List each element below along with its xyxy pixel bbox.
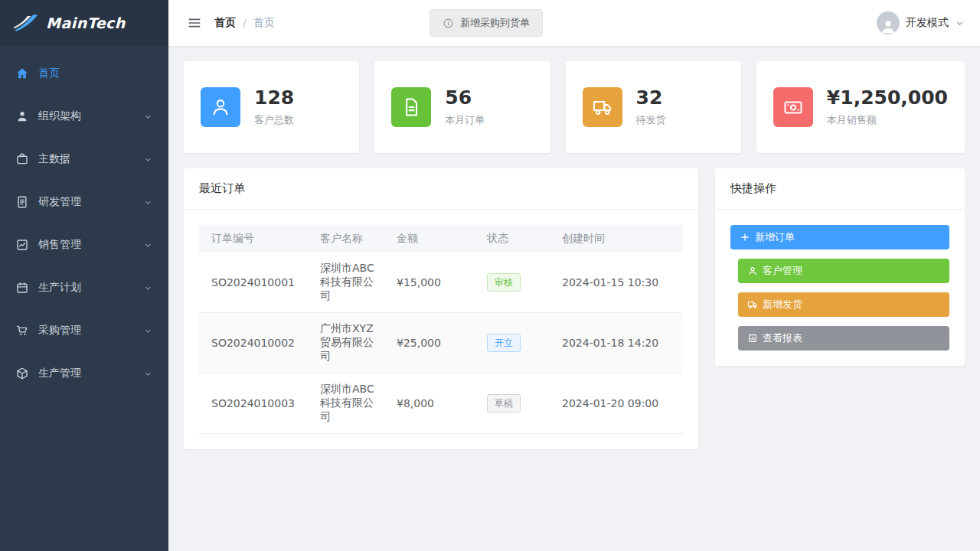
avatar (877, 11, 900, 34)
new-order-label: 新增订单 (755, 230, 795, 244)
new-purchase-arrival-button[interactable]: 新增采购到货单 (430, 9, 543, 37)
breadcrumb-current: 首页 (253, 16, 275, 30)
created-cell: 2024-01-18 14:20 (554, 313, 683, 373)
status-cell: 审核 (479, 253, 554, 313)
sidebar-item-home[interactable]: 首页 (0, 52, 168, 95)
table-row: SO2024010002 广州市XYZ贸易有限公司 ¥25,000 开立 202… (199, 313, 683, 373)
new-order-button[interactable]: 新增订单 (730, 225, 949, 249)
status-badge: 开立 (487, 334, 521, 353)
stat-label: 本月订单 (445, 113, 485, 127)
sidebar-item-organization[interactable]: 组织架构 (0, 95, 168, 138)
stat-label: 待发货 (636, 113, 666, 127)
view-reports-button[interactable]: 查看报表 (738, 326, 949, 350)
stat-card-customers: 128 客户总数 (184, 61, 359, 153)
new-shipment-button[interactable]: 新增发货 (738, 292, 949, 317)
home-icon (15, 67, 29, 80)
customer-management-label: 客户管理 (763, 264, 802, 278)
stat-value: 32 (636, 87, 666, 109)
order-no-cell: SO2024010001 (199, 253, 312, 313)
table-row: SO2024010001 深圳市ABC科技有限公司 ¥15,000 审核 202… (199, 253, 683, 313)
sidebar-item-master-data[interactable]: 主数据 (0, 138, 168, 181)
stat-card-monthly-orders: 56 本月订单 (374, 61, 550, 153)
report-icon (747, 333, 758, 344)
chevron-down-icon (143, 283, 153, 293)
sidebar-collapse-button[interactable] (184, 12, 205, 34)
quick-actions-title: 快捷操作 (715, 168, 965, 210)
brand-logo: MainTech (0, 0, 168, 46)
breadcrumb: 首页 / 首页 (214, 16, 275, 30)
col-amount: 金额 (389, 225, 479, 253)
stat-text: 32 待发货 (636, 87, 666, 128)
sidebar-item-sales-management[interactable]: 销售管理 (0, 223, 168, 266)
chevron-down-icon (143, 197, 153, 207)
truck-icon (583, 87, 622, 127)
chevron-down-icon (143, 155, 153, 165)
user-menu[interactable]: 开发模式 (877, 11, 965, 34)
recent-orders-body: 订单编号 客户名称 金额 状态 创建时间 SO2024010001 (184, 210, 698, 449)
order-no-cell: SO2024010002 (199, 313, 312, 373)
sidebar-item-production-plan[interactable]: 生产计划 (0, 266, 168, 309)
app-window: MainTech 首页 组织架构 (0, 0, 980, 551)
col-customer: 客户名称 (312, 225, 389, 253)
calendar-icon (15, 281, 29, 295)
box-icon (15, 367, 29, 380)
sidebar-item-label: 首页 (38, 67, 60, 80)
customer-management-button[interactable]: 客户管理 (738, 259, 949, 283)
stat-text: 56 本月订单 (445, 87, 485, 128)
brand-name: MainTech (46, 15, 126, 31)
col-order-no: 订单编号 (199, 225, 312, 253)
user-icon (747, 266, 758, 276)
sidebar-item-rd-management[interactable]: 研发管理 (0, 181, 168, 223)
created-cell: 2024-01-20 09:00 (554, 373, 683, 434)
chevron-down-icon (143, 369, 153, 379)
stat-card-monthly-sales: ¥1,250,000 本月销售额 (756, 61, 965, 153)
recent-orders-panel: 最近订单 订单编号 客户名称 金额 状态 创建时间 (184, 168, 698, 449)
breadcrumb-home[interactable]: 首页 (214, 16, 236, 30)
stat-label: 客户总数 (254, 113, 294, 127)
panels-row: 最近订单 订单编号 客户名称 金额 状态 创建时间 (184, 168, 965, 449)
stat-value: ¥1,250,000 (827, 87, 948, 109)
sidebar-item-purchase-management[interactable]: 采购管理 (0, 309, 168, 352)
main-area: 首页 / 首页 新增采购到货单 开发模式 (168, 0, 980, 551)
user-mode-label: 开发模式 (906, 16, 949, 30)
briefcase-icon (15, 152, 29, 166)
amount-cell: ¥15,000 (389, 253, 479, 313)
status-cell: 草稿 (479, 373, 554, 434)
customer-cell: 深圳市ABC科技有限公司 (312, 373, 389, 434)
sidebar-menu: 首页 组织架构 主数据 (0, 46, 168, 395)
stat-value: 56 (445, 87, 485, 109)
sidebar-item-label: 销售管理 (38, 238, 81, 252)
table-row: SO2024010003 深圳市ABC科技有限公司 ¥8,000 草稿 2024… (199, 373, 683, 434)
new-purchase-arrival-label: 新增采购到货单 (460, 16, 530, 30)
header: 首页 / 首页 新增采购到货单 开发模式 (168, 0, 980, 46)
sidebar-item-label: 主数据 (38, 152, 70, 166)
created-cell: 2024-01-15 10:30 (554, 253, 683, 313)
quick-actions-body: 新增订单 客户管理 新增发货 (715, 210, 965, 366)
info-icon (443, 18, 454, 29)
new-shipment-label: 新增发货 (763, 298, 802, 311)
sidebar-item-production-management[interactable]: 生产管理 (0, 352, 168, 395)
col-created: 创建时间 (554, 225, 683, 253)
chart-icon (15, 238, 29, 252)
hamburger-icon (187, 15, 202, 31)
customer-cell: 深圳市ABC科技有限公司 (312, 253, 389, 313)
caret-down-icon (955, 18, 965, 28)
document-icon (15, 195, 29, 209)
cart-icon (15, 324, 29, 337)
brand-logo-icon (12, 13, 40, 33)
stats-row: 128 客户总数 56 本月订单 (184, 61, 965, 153)
sidebar: MainTech 首页 组织架构 (0, 0, 168, 551)
chevron-down-icon (143, 240, 153, 250)
customer-cell: 广州市XYZ贸易有限公司 (312, 313, 389, 373)
stat-text: 128 客户总数 (254, 87, 294, 128)
status-cell: 开立 (479, 313, 554, 373)
amount-cell: ¥25,000 (389, 313, 479, 373)
order-no-cell: SO2024010003 (199, 373, 312, 434)
sidebar-item-label: 生产管理 (38, 367, 81, 380)
chevron-down-icon (143, 112, 153, 122)
stat-text: ¥1,250,000 本月销售额 (827, 87, 948, 128)
recent-orders-title: 最近订单 (184, 168, 698, 210)
file-icon (391, 87, 431, 127)
sidebar-item-label: 生产计划 (38, 281, 81, 295)
col-status: 状态 (479, 225, 554, 253)
